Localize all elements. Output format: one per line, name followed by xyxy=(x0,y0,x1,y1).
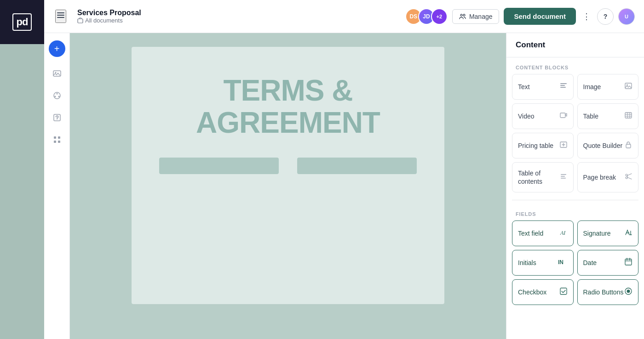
block-video[interactable]: Video xyxy=(512,103,574,129)
logo-bar: pd xyxy=(0,0,44,44)
svg-point-7 xyxy=(58,96,59,97)
document-canvas: TERMS & AGREEMENT xyxy=(70,33,506,339)
svg-rect-38 xyxy=(560,288,567,294)
content-area: + xyxy=(0,33,644,339)
avatar-group: DS JD +2 xyxy=(405,8,448,25)
svg-rect-12 xyxy=(54,141,56,143)
document-field-bar-1 xyxy=(159,158,279,174)
svg-point-40 xyxy=(627,290,630,293)
list-icon xyxy=(559,172,568,182)
block-text[interactable]: Text xyxy=(512,74,574,100)
svg-point-18 xyxy=(627,85,628,86)
user-avatar[interactable]: U xyxy=(618,8,635,25)
signature-icon xyxy=(624,228,632,238)
svg-rect-28 xyxy=(561,176,565,177)
field-signature[interactable]: Signature xyxy=(577,220,639,246)
panel-header: Content xyxy=(506,33,644,57)
logo-icon: pd xyxy=(12,13,32,31)
svg-rect-26 xyxy=(626,144,631,148)
user-photo: U xyxy=(625,14,628,19)
document-page: TERMS & AGREEMENT xyxy=(132,47,444,304)
block-page-break-label: Page break xyxy=(583,173,616,181)
menu-button[interactable] xyxy=(55,10,66,23)
svg-rect-13 xyxy=(58,141,60,143)
text-icon xyxy=(559,82,568,92)
sidebar-icon-theme[interactable] xyxy=(48,86,66,105)
svg-rect-0 xyxy=(78,19,83,23)
field-date-label: Date xyxy=(583,259,597,267)
more-options-button[interactable]: ⋮ xyxy=(581,10,592,23)
block-pricing-table-label: Pricing table xyxy=(518,141,553,150)
block-text-label: Text xyxy=(518,83,530,91)
app-wrapper: Services Proposal All documents DS JD +2 xyxy=(0,0,644,339)
field-initials-label: Initials xyxy=(518,259,536,267)
svg-point-6 xyxy=(56,93,58,95)
svg-rect-19 xyxy=(560,113,565,118)
svg-rect-10 xyxy=(54,136,56,139)
document-field-bar-2 xyxy=(297,158,417,174)
field-checkbox[interactable]: Checkbox xyxy=(512,279,574,305)
manage-button[interactable]: Manage xyxy=(452,9,500,24)
sidebar-icon-apps[interactable] xyxy=(48,130,66,149)
pricing-icon xyxy=(559,141,568,151)
svg-point-2 xyxy=(463,14,465,16)
avatar-count[interactable]: +2 xyxy=(431,8,448,25)
field-radio-buttons[interactable]: Radio Buttons xyxy=(577,279,639,305)
svg-point-1 xyxy=(460,14,462,16)
checkbox-icon xyxy=(559,287,568,297)
left-sidebar: + xyxy=(44,33,70,339)
document-title: Services Proposal xyxy=(77,9,398,17)
svg-rect-14 xyxy=(560,83,567,84)
svg-rect-17 xyxy=(625,83,632,89)
svg-rect-15 xyxy=(560,85,565,86)
field-text-field[interactable]: Text field AI xyxy=(512,220,574,246)
block-toc-label: Table of contents xyxy=(518,169,559,186)
block-table-label: Table xyxy=(583,112,598,120)
block-table[interactable]: Table xyxy=(577,103,639,129)
panel-title: Content xyxy=(516,40,635,50)
table-icon xyxy=(624,111,632,121)
block-image[interactable]: Image xyxy=(577,74,639,100)
svg-rect-11 xyxy=(58,136,60,139)
panel-divider xyxy=(512,200,638,200)
block-page-break[interactable]: Page break xyxy=(577,162,639,192)
svg-point-8 xyxy=(54,96,56,97)
block-table-of-contents[interactable]: Table of contents xyxy=(512,162,574,192)
right-panel: Content CONTENT BLOCKS Text Image xyxy=(506,33,644,339)
block-video-label: Video xyxy=(518,112,535,120)
content-blocks-grid: Text Image Video xyxy=(506,74,644,198)
fields-grid: Text field AI Signature Initials I xyxy=(506,220,644,311)
field-text-field-label: Text field xyxy=(518,229,543,237)
ai-icon: AI xyxy=(559,228,568,238)
svg-rect-16 xyxy=(560,87,566,88)
header: Services Proposal All documents DS JD +2 xyxy=(0,0,644,33)
sidebar-icon-pricing[interactable] xyxy=(48,108,66,127)
field-radio-buttons-label: Radio Buttons xyxy=(583,288,624,296)
add-content-button[interactable]: + xyxy=(49,40,65,57)
svg-rect-34 xyxy=(625,259,632,265)
question-icon: ? xyxy=(604,13,608,20)
svg-text:IN: IN xyxy=(558,259,564,266)
scissors-icon xyxy=(624,172,632,182)
fields-label: FIELDS xyxy=(506,204,644,220)
document-breadcrumb: All documents xyxy=(77,17,398,24)
sidebar-icon-media[interactable] xyxy=(48,64,66,83)
video-icon xyxy=(559,111,568,121)
header-actions: DS JD +2 Manage Send document ⋮ ? xyxy=(405,8,635,25)
image-icon xyxy=(624,82,632,92)
field-signature-label: Signature xyxy=(583,229,611,237)
lock-icon xyxy=(624,141,632,151)
help-button[interactable]: ? xyxy=(597,8,614,25)
svg-rect-20 xyxy=(625,113,632,118)
block-quote-builder-label: Quote Builder xyxy=(583,141,623,150)
block-quote-builder[interactable]: Quote Builder xyxy=(577,133,639,158)
header-title-section: Services Proposal All documents xyxy=(77,9,398,24)
calendar-icon xyxy=(624,258,632,268)
field-initials[interactable]: Initials IN xyxy=(512,250,574,276)
field-date[interactable]: Date xyxy=(577,250,639,276)
block-pricing-table[interactable]: Pricing table xyxy=(512,133,574,158)
radio-icon xyxy=(624,287,632,297)
document-fields-row xyxy=(159,158,417,174)
send-document-button[interactable]: Send document xyxy=(504,8,576,25)
document-heading: TERMS & AGREEMENT xyxy=(196,74,380,139)
